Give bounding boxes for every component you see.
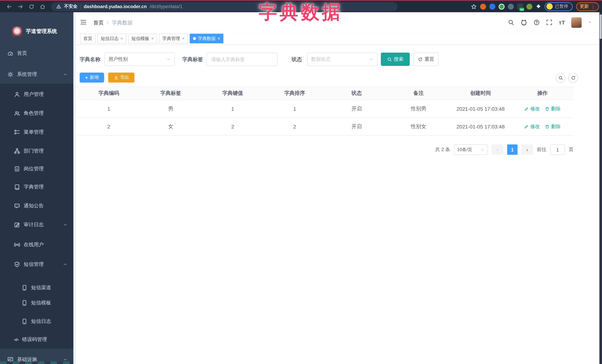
avatar-caret-down-icon[interactable] <box>588 20 592 24</box>
goto-page-input[interactable] <box>550 145 565 155</box>
sidebar-item-dict-management[interactable]: 字典管理 <box>0 178 73 196</box>
export-button[interactable]: 导出 <box>108 73 134 83</box>
delete-link[interactable]: 删除 <box>545 105 561 112</box>
trash-icon <box>545 106 549 111</box>
search-button[interactable]: 搜索 <box>381 52 410 66</box>
page-scrollbar-thumb[interactable] <box>600 14 602 39</box>
cell-remark: 性别女 <box>388 123 450 130</box>
delete-link[interactable]: 删除 <box>545 123 561 130</box>
sidebar-scrollbar[interactable] <box>73 12 75 364</box>
docs-help-button[interactable] <box>534 19 540 26</box>
sidebar-item-label: 部门管理 <box>24 148 44 154</box>
browser-update-button[interactable]: 更新 ⋮ <box>576 2 599 11</box>
toggle-search-button[interactable] <box>556 73 565 83</box>
header-search-button[interactable] <box>508 19 514 26</box>
prev-page-button[interactable]: ‹ <box>492 145 504 155</box>
sidebar-collapse-button[interactable] <box>80 19 87 26</box>
dict-tag-input[interactable] <box>210 56 273 62</box>
reload-button[interactable] <box>26 2 37 11</box>
refresh-table-button[interactable] <box>568 73 578 83</box>
sidebar-item-department-management[interactable]: 部门管理 <box>0 142 73 160</box>
font-size-button[interactable]: тT <box>559 19 565 26</box>
extension-icon-blue-drop[interactable] <box>489 3 495 10</box>
tab-dict-data-active[interactable]: 字典数据 × <box>190 34 223 43</box>
tab-dict-management[interactable]: 字典管理 × <box>159 34 188 43</box>
pencil-icon <box>524 106 529 111</box>
breadcrumb-home-link[interactable]: 首页 <box>93 20 104 26</box>
sidebar-scrollbar-thumb[interactable] <box>74 34 75 60</box>
status-select[interactable]: 数据状态 <box>307 52 377 66</box>
edit-link[interactable]: 修改 <box>524 123 540 130</box>
hamburger-icon <box>80 19 87 26</box>
profile-emoji-avatar <box>547 3 553 10</box>
sidebar-item-label: 系统管理 <box>17 71 37 78</box>
dict-name-select[interactable]: 用户性别 <box>105 52 175 66</box>
home-button[interactable] <box>37 2 48 11</box>
col-header: 创建时间 <box>450 90 512 97</box>
chevron-down-icon <box>481 147 484 152</box>
sidebar-item-sms-template[interactable]: 短信模板 <box>0 294 73 312</box>
sidebar-item-role-management[interactable]: 角色管理 <box>0 104 73 123</box>
dict-name-select-value: 用户性别 <box>108 56 128 62</box>
search-icon <box>387 57 392 62</box>
app-brand[interactable]: 芋道管理系统 <box>12 26 57 37</box>
sidebar-item-error-code-management[interactable]: </> 错误码管理 <box>0 330 73 349</box>
forward-button[interactable] <box>15 2 26 11</box>
cell-dict-value: 2 <box>202 124 264 129</box>
extension-icon-slate-list[interactable] <box>508 3 514 10</box>
address-bar[interactable]: 不安全 dashboard.yudao.iocoder.cn/dict/type… <box>51 2 398 11</box>
sidebar-item-sms-management[interactable]: 短信管理 <box>0 255 73 274</box>
chevron-up-icon <box>63 72 67 77</box>
sidebar-item-post-management[interactable]: 岗位管理 <box>0 160 73 178</box>
add-button[interactable]: + 新增 <box>80 73 104 83</box>
sidebar-item-user-management[interactable]: 用户管理 <box>0 85 73 104</box>
extension-icon-green-check[interactable] <box>499 3 505 10</box>
dict-name-label: 字典名称 <box>80 52 100 66</box>
tab-home[interactable]: 首页 <box>80 34 96 43</box>
sidebar-item-notice-announcement[interactable]: 通知公告 <box>0 197 73 215</box>
breadcrumb-separator: / <box>107 20 108 26</box>
edit-link[interactable]: 修改 <box>524 105 540 112</box>
page-number-active[interactable]: 1 <box>507 145 517 155</box>
extension-icon-olive[interactable] <box>527 3 532 10</box>
tab-sms-log[interactable]: 短信日志 × <box>97 34 126 43</box>
sidebar-item-online-users[interactable]: 在线用户 <box>0 236 73 254</box>
url-path: /dict/type/data/1 <box>150 4 183 9</box>
user-avatar[interactable] <box>571 17 582 28</box>
extension-on-badge: on <box>520 8 524 11</box>
back-button[interactable] <box>4 2 15 11</box>
github-link[interactable] <box>521 19 527 26</box>
cell-remark: 性别男 <box>388 105 450 112</box>
sidebar: 芋道管理系统 首页 系统管理 用户管理 角色管理 菜单管理 部门管理 <box>0 12 73 364</box>
edit-link-label: 修改 <box>530 105 540 112</box>
sidebar-item-home[interactable]: 首页 <box>0 44 73 62</box>
fullscreen-button[interactable] <box>546 19 553 26</box>
extension-icon-dark-on[interactable]: on <box>517 3 523 10</box>
not-secure-warning-icon <box>56 4 61 9</box>
cell-created-time: 2021-01-05 17:03:48 <box>450 124 512 129</box>
sidebar-item-system-management[interactable]: 系统管理 <box>0 65 73 84</box>
sidebar-item-audit-log[interactable]: 审计日志 <box>0 216 73 234</box>
col-header: 字典排序 <box>264 90 326 97</box>
reset-button[interactable]: 重置 <box>413 52 439 66</box>
tab-close-icon[interactable]: × <box>217 36 220 41</box>
page-size-select[interactable]: 10条/页 <box>454 145 488 155</box>
security-label[interactable]: 不安全 <box>64 3 77 10</box>
sidebar-item-label: 审计日志 <box>24 221 44 228</box>
sidebar-item-sms-log[interactable]: 短信日志 <box>0 312 73 331</box>
tab-close-icon[interactable]: × <box>151 36 154 41</box>
tags-view-bar: 首页 短信日志 × 短信模板 × 字典管理 × 字典数据 × <box>75 32 599 45</box>
extensions-puzzle-icon[interactable] <box>536 4 541 9</box>
tab-sms-template[interactable]: 短信模板 × <box>128 34 157 43</box>
tab-close-icon[interactable]: × <box>120 36 123 41</box>
page-scrollbar[interactable] <box>599 12 602 364</box>
extension-icon-orange[interactable] <box>480 3 486 10</box>
table-header-row: 字典编码 字典标签 字典键值 字典排序 状态 备注 创建时间 操作 <box>78 87 573 100</box>
bookmark-star-icon[interactable] <box>471 3 477 10</box>
sidebar-item-label: 角色管理 <box>24 110 44 117</box>
browser-profile-chip[interactable]: 已暂停 <box>545 2 573 11</box>
browser-menu-dots-icon[interactable]: ⋮ <box>591 4 595 9</box>
next-page-button[interactable]: › <box>521 145 533 155</box>
tab-close-icon[interactable]: × <box>182 36 184 41</box>
sidebar-item-menu-management[interactable]: 菜单管理 <box>0 123 73 141</box>
